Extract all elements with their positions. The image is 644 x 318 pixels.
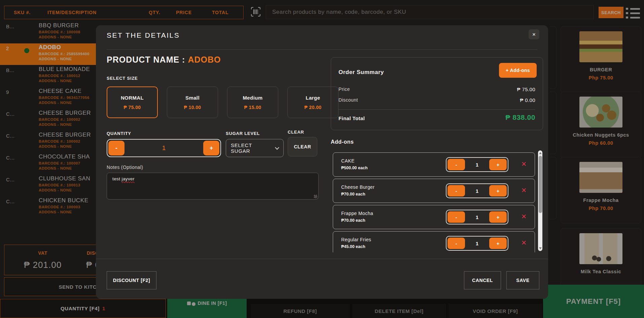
product-name-value: ADOBO xyxy=(188,55,221,64)
size-name: Large xyxy=(306,95,320,101)
quantity-increment-button[interactable]: + xyxy=(203,141,219,155)
save-button[interactable]: SAVE xyxy=(506,271,539,289)
size-price: ₱ 15.00 xyxy=(244,105,261,110)
final-total-value: ₱ 838.00 xyxy=(505,113,535,121)
sugar-level-select[interactable]: SELECT SUGAR xyxy=(226,139,284,157)
sugar-level-label: SUGAR LEVEL xyxy=(226,131,260,136)
addon-price: ₱500.00 each xyxy=(341,166,368,170)
select-size-label: SELECT SIZE xyxy=(107,76,138,81)
addon-stepper: - 1 + xyxy=(446,236,508,251)
addon-name: Cheese Burger xyxy=(341,184,374,190)
addon-qty-value: 1 xyxy=(466,158,488,171)
addon-price: ₱70.00 each xyxy=(341,192,365,197)
product-name-line: PRODUCT NAME :ADOBO xyxy=(107,55,221,65)
product-name-label: PRODUCT NAME : xyxy=(107,55,185,64)
addon-stepper: - 1 + xyxy=(446,183,508,198)
modal-footer-divider xyxy=(96,259,548,259)
quantity-decrement-button[interactable]: - xyxy=(108,141,124,155)
addons-heading: Add-ons xyxy=(331,139,354,145)
modal-header-divider xyxy=(107,49,537,50)
size-name: Medium xyxy=(243,95,262,101)
addon-stepper: - 1 + xyxy=(446,157,508,172)
addon-item: Frappe Mocha ₱70.00 each - 1 + ✕ xyxy=(333,205,535,229)
order-summary-title: Order Summary xyxy=(338,69,384,76)
size-price: ₱ 10.00 xyxy=(184,105,201,110)
scroll-down-icon[interactable] xyxy=(539,247,542,249)
size-option[interactable]: Small ₱ 10.00 xyxy=(167,86,218,118)
addon-qty-value: 1 xyxy=(466,184,488,198)
addon-stepper: - 1 + xyxy=(446,210,508,224)
addon-item: CAKE ₱500.00 each - 1 + ✕ xyxy=(333,152,535,177)
summary-divider xyxy=(338,109,535,110)
size-price: ₱ 75.00 xyxy=(123,105,141,110)
scrollbar-thumb[interactable] xyxy=(539,156,542,213)
addons-scrollbar[interactable] xyxy=(538,150,542,251)
notes-text-misspelled: jayver xyxy=(122,176,135,181)
chevron-down-icon xyxy=(275,145,279,150)
addon-increment-button[interactable]: + xyxy=(489,185,507,197)
discount-f2-button[interactable]: DISCOUNT [F2] xyxy=(107,271,156,289)
addon-increment-button[interactable]: + xyxy=(489,211,507,223)
summary-discount-label: Discount xyxy=(338,97,358,103)
addon-remove-icon[interactable]: ✕ xyxy=(521,160,527,168)
addon-remove-icon[interactable]: ✕ xyxy=(521,186,527,194)
quantity-stepper: - 1 + xyxy=(107,139,221,157)
clear-button[interactable]: CLEAR xyxy=(288,137,317,156)
sugar-level-value: SELECT SUGAR xyxy=(231,142,272,154)
size-price: ₱ 20.00 xyxy=(304,105,321,110)
summary-price-label: Price xyxy=(338,86,350,92)
addon-increment-button[interactable]: + xyxy=(489,238,507,249)
addon-name: Regular Fries xyxy=(341,237,371,242)
addon-item: Regular Fries ₱45.00 each - 1 + ✕ xyxy=(333,231,535,252)
summary-discount-value: ₱ 0.00 xyxy=(520,97,535,103)
size-options: NORMAL ₱ 75.00 Small ₱ 10.00 Medium ₱ 15… xyxy=(107,86,338,118)
addons-list: CAKE ₱500.00 each - 1 + ✕ Cheese Burger … xyxy=(329,149,543,252)
quantity-label: QUANTITY xyxy=(107,131,131,136)
addon-price: ₱45.00 each xyxy=(341,244,365,249)
quantity-value: 1 xyxy=(126,140,202,156)
add-addons-button[interactable]: + Add-ons xyxy=(499,63,537,78)
summary-price-value: ₱ 75.00 xyxy=(517,86,535,92)
close-icon[interactable]: ✕ xyxy=(529,29,539,39)
addon-name: CAKE xyxy=(341,158,355,164)
final-total-label: Final Total xyxy=(338,115,365,121)
order-summary-card: Order Summary + Add-ons Price ₱ 75.00 Di… xyxy=(331,57,543,130)
addon-name: Frappe Mocha xyxy=(341,211,373,216)
scroll-up-icon[interactable] xyxy=(539,152,542,154)
modal-title: SET THE DETAILS xyxy=(107,31,180,39)
size-option[interactable]: Medium ₱ 15.00 xyxy=(227,86,278,118)
cancel-button[interactable]: CANCEL xyxy=(464,271,501,289)
addon-remove-icon[interactable]: ✕ xyxy=(521,239,527,247)
addon-decrement-button[interactable]: - xyxy=(448,211,465,223)
addon-decrement-button[interactable]: - xyxy=(448,159,465,170)
addon-decrement-button[interactable]: - xyxy=(448,185,465,197)
addon-decrement-button[interactable]: - xyxy=(448,238,465,249)
addon-price: ₱70.00 each xyxy=(341,218,365,223)
size-option[interactable]: NORMAL ₱ 75.00 xyxy=(107,86,158,118)
addon-item: Cheese Burger ₱70.00 each - 1 + ✕ xyxy=(333,179,535,203)
addon-qty-value: 1 xyxy=(466,210,488,224)
notes-label: Notes (Optional) xyxy=(107,165,143,170)
size-name: NORMAL xyxy=(121,95,144,101)
set-details-modal: SET THE DETAILS ✕ PRODUCT NAME :ADOBO SE… xyxy=(96,25,548,299)
size-name: Small xyxy=(185,95,200,101)
addon-qty-value: 1 xyxy=(466,237,488,250)
clear-label: CLEAR xyxy=(288,130,304,135)
notes-textarea[interactable]: test jayver xyxy=(107,173,319,200)
addon-remove-icon[interactable]: ✕ xyxy=(521,213,527,220)
notes-text: test xyxy=(112,176,122,181)
pos-screen: SKU #. ITEM/DESCRIPTION QTY. PRICE TOTAL… xyxy=(0,0,644,318)
addon-increment-button[interactable]: + xyxy=(489,159,507,170)
